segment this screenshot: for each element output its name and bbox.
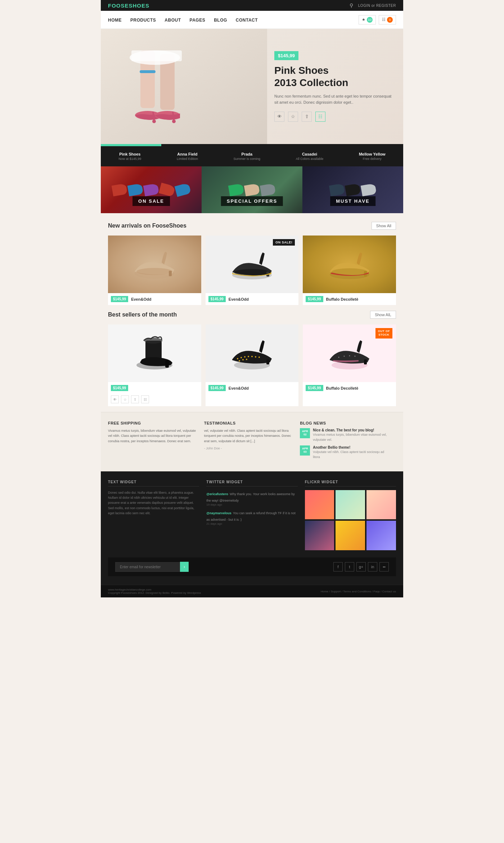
promo-3-visual [302, 166, 403, 213]
new-arrivals-show-all[interactable]: Show All [372, 222, 396, 230]
newsletter-email-input[interactable] [115, 562, 180, 572]
hero-actions: 👁 ☆ ⇧ ☷ [274, 112, 392, 122]
blog-news-title: BLOG NEWS [300, 421, 389, 425]
blog-item-1: APR 02 Nice & clean. The best for you bl… [300, 428, 389, 443]
svg-rect-10 [140, 70, 156, 73]
nav-item-home[interactable]: Home [108, 18, 122, 23]
svg-rect-3 [131, 50, 182, 61]
free-shipping-title: FREE SHIPPING [108, 421, 197, 425]
twitter-item-2: @naymarvelous You can seek a refund thro… [206, 509, 297, 525]
bs-share-icon-1[interactable]: ⇧ [131, 395, 139, 403]
flickr-thumb-1[interactable] [305, 490, 334, 520]
nav-links: Home Products About Pages Blog Contact [108, 17, 258, 23]
wishlist-button[interactable]: ★ 10 [359, 15, 376, 24]
social-icons: f t g+ in •• [333, 562, 389, 571]
svg-point-25 [237, 358, 238, 359]
best-seller-card-2: $145,99 Even&Odd [206, 324, 299, 406]
cart-count: 0 [387, 17, 393, 23]
blog-date-1: APR 02 [300, 428, 310, 438]
bs-product-2-image[interactable] [206, 324, 299, 382]
tab-anna-field[interactable]: Anna Field Limited Edition [172, 150, 202, 163]
bs-product-1-info: $145,99 [108, 382, 201, 394]
svg-point-28 [248, 356, 249, 357]
nav-item-about[interactable]: About [165, 18, 181, 23]
tab-pink-shoes[interactable]: Pink Shoes Now at $145,99 [114, 150, 145, 163]
svg-rect-37 [364, 359, 367, 364]
svg-point-34 [246, 359, 247, 360]
nav-item-contact[interactable]: Contact [236, 18, 258, 23]
product-card-1: $145,99 Even&Odd [108, 236, 201, 305]
product-card-3: $145,99 Buffalo Decolletè [303, 236, 396, 305]
hero-wishlist-icon[interactable]: ☆ [288, 112, 298, 122]
bottom-links[interactable]: Home / Support / Terms and Conditions / … [321, 590, 396, 593]
product-3-image[interactable] [303, 236, 396, 293]
promo-label-3: MUST HAVE [330, 196, 375, 206]
hero-view-icon[interactable]: 👁 [274, 112, 284, 122]
bs-shoe-svg-3 [326, 333, 373, 373]
svg-rect-35 [266, 359, 269, 364]
product-1-image[interactable] [108, 236, 201, 293]
twitter-widget-title: TWITTER WIDGET [206, 480, 297, 486]
hero-cart-icon[interactable]: ☷ [315, 112, 325, 122]
wishlist-count: 10 [367, 17, 373, 23]
dark-footer-cols: TEXT WIDGET Donec sed odio dui. Nulla vi… [108, 480, 396, 551]
search-icon[interactable]: ⚲ [350, 3, 353, 8]
svg-point-9 [172, 120, 176, 123]
nav-item-pages[interactable]: Pages [190, 18, 206, 23]
social-googleplus[interactable]: g+ [356, 562, 366, 571]
flickr-thumb-2[interactable] [336, 490, 365, 520]
promo-banners: ON SALE SPECIAL OFFERS MUST HAVE [101, 166, 403, 213]
text-widget-title: TEXT WIDGET [108, 480, 199, 486]
cart-button[interactable]: ☷ 0 [379, 15, 396, 24]
bs-product-3-image[interactable]: OUT OFSTOCK [303, 324, 396, 382]
testimonials-col: TESTIMONIALS vel, vulputate vel nibh. Cl… [204, 421, 300, 463]
twitter-handle-1[interactable]: @ericafustero [206, 492, 228, 496]
promo-banner-special[interactable]: SPECIAL OFFERS [202, 166, 302, 213]
hero-shoe-svg [112, 43, 227, 140]
svg-point-29 [251, 356, 253, 357]
flickr-thumb-6[interactable] [366, 521, 396, 550]
promo-banner-must-have[interactable]: MUST HAVE [302, 166, 403, 213]
top-right-nav: ⚲ LOGIN or REGISTER [350, 3, 396, 8]
social-facebook[interactable]: f [333, 562, 343, 571]
flickr-widget-col: FLICKR WIDGET [305, 480, 396, 551]
bs-product-1-image[interactable] [108, 324, 201, 382]
product-2-image[interactable]: ON SALE! [206, 236, 299, 293]
bs-cart-icon-1[interactable]: ☷ [141, 395, 149, 403]
login-register-link[interactable]: LOGIN or REGISTER [358, 4, 396, 8]
bs-product-2-name: Even&Odd [229, 386, 249, 390]
svg-rect-13 [169, 271, 172, 276]
social-other[interactable]: •• [379, 562, 389, 571]
tab-prada[interactable]: Prada Summer is coming [229, 150, 265, 163]
bs-wishlist-icon-1[interactable]: ☆ [121, 395, 129, 403]
twitter-handle-2[interactable]: @naymarvelous [206, 511, 231, 515]
bottom-copyright: Copyright Fooseshoes 2012. Designed by B… [108, 591, 201, 595]
newsletter-bar: › f t g+ in •• [108, 557, 396, 576]
bs-product-1-price: $145,99 [111, 385, 128, 391]
on-sale-badge: ON SALE! [273, 239, 295, 246]
text-widget-text: Donec sed odio dui. Nulla vitae elit lib… [108, 490, 199, 516]
flickr-thumb-5[interactable] [336, 521, 365, 550]
bs-view-icon-1[interactable]: 👁 [111, 395, 119, 403]
bs-product-2-price: $145,99 [208, 385, 226, 391]
hero-share-icon[interactable]: ⇧ [302, 112, 312, 122]
flickr-thumb-3[interactable] [366, 490, 396, 520]
social-linkedin[interactable]: in [368, 562, 377, 571]
social-twitter[interactable]: t [345, 562, 354, 571]
svg-point-32 [239, 360, 240, 362]
twitter-time-2: 21 days ago [206, 522, 297, 525]
best-seller-card-3: OUT OFSTOCK $145,99 Buffalo Dec [303, 324, 396, 406]
promo-banner-on-sale[interactable]: ON SALE [101, 166, 202, 213]
svg-point-39 [343, 356, 345, 357]
flickr-thumb-4[interactable] [305, 521, 334, 550]
nav-item-products[interactable]: Products [130, 18, 156, 23]
svg-point-31 [258, 357, 260, 358]
bottom-bar: www.heritagechristiancollege.com Copyrig… [101, 585, 403, 597]
nav-item-blog[interactable]: Blog [214, 18, 227, 23]
best-sellers-show-all[interactable]: Show AlL [370, 311, 396, 319]
tab-casadei[interactable]: Casadei All Colors available [292, 150, 328, 163]
newsletter-submit-button[interactable]: › [180, 562, 189, 572]
tab-mellow-yellow[interactable]: Mellow Yellow Free delivery [355, 150, 390, 163]
twitter-item-1: @ericafustero Why thank you. Your work l… [206, 490, 297, 506]
footer-info-section: FREE SHIPPING Vivamus metus turpis, bibe… [101, 412, 403, 471]
